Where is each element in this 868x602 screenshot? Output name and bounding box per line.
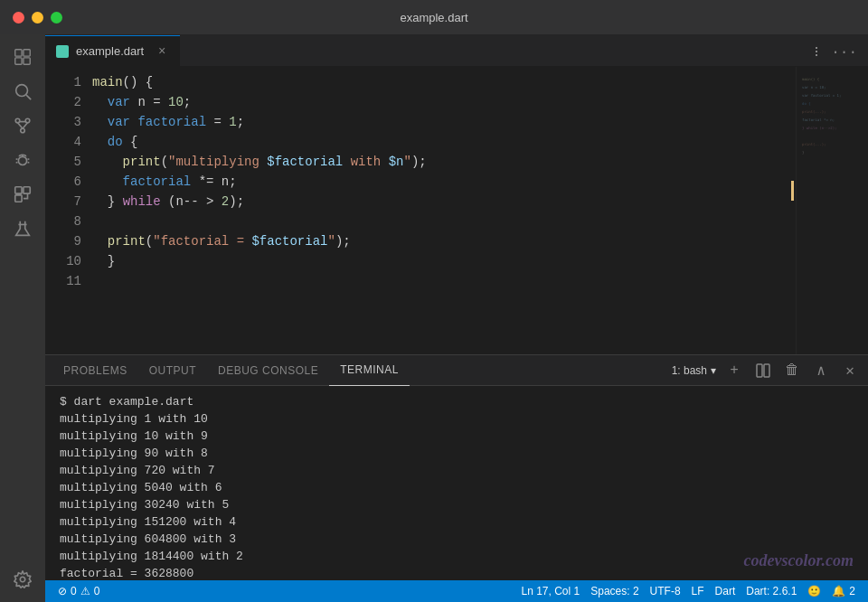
svg-rect-18 xyxy=(15,187,22,193)
svg-rect-0 xyxy=(15,50,22,56)
tab-close-button[interactable]: × xyxy=(155,44,169,59)
warning-count: 0 xyxy=(94,585,100,597)
svg-line-11 xyxy=(23,123,28,128)
code-line-9: print("factorial = $factorial"); xyxy=(92,231,796,251)
svg-rect-32 xyxy=(757,364,762,377)
status-encoding[interactable]: UTF-8 xyxy=(645,585,686,597)
status-eol[interactable]: LF xyxy=(686,585,710,597)
activity-bar xyxy=(0,34,45,602)
svg-text:main() {: main() { xyxy=(802,77,819,81)
minimap: main() { var n = 10; var factorial = 1; … xyxy=(796,67,868,354)
code-line-1: main() { xyxy=(92,72,796,92)
panel-actions: 1: bash ▾ + 🗑 ∧ ✕ xyxy=(672,360,861,381)
svg-rect-19 xyxy=(24,187,30,193)
code-line-11 xyxy=(92,271,796,291)
bell-icon: 🔔 xyxy=(832,585,845,597)
code-line-7: } while (n-- > 2); xyxy=(92,192,796,212)
maximize-button[interactable] xyxy=(51,12,62,24)
status-right: Ln 17, Col 1 Spaces: 2 UTF-8 LF Dart Dar… xyxy=(516,585,862,597)
minimize-button[interactable] xyxy=(32,12,43,24)
status-spaces[interactable]: Spaces: 2 xyxy=(585,585,644,597)
svg-text:print(...);: print(...); xyxy=(802,142,826,146)
term-line-5: multiplying 5040 with 6 xyxy=(60,479,854,496)
term-line-6: multiplying 30240 with 5 xyxy=(60,496,854,513)
terminal-dropdown-arrow[interactable]: ▾ xyxy=(711,364,716,377)
term-line-4: multiplying 720 with 7 xyxy=(60,462,854,479)
tab-actions: ⫶ ··· xyxy=(809,42,868,66)
extensions-icon[interactable] xyxy=(7,179,38,210)
code-line-4: do { xyxy=(92,132,796,152)
code-editor: 1 2 3 4 5 6 7 8 9 10 11 main() { var n =… xyxy=(45,67,868,354)
term-line-1: multiplying 1 with 10 xyxy=(60,410,854,428)
output-tab[interactable]: OUTPUT xyxy=(138,355,207,386)
panel-close-button[interactable]: ✕ xyxy=(839,360,861,381)
source-control-icon[interactable] xyxy=(7,110,38,141)
svg-line-5 xyxy=(26,95,31,99)
term-line-8: multiplying 604800 with 3 xyxy=(60,531,854,548)
term-line-3: multiplying 90 with 8 xyxy=(60,445,854,462)
search-icon[interactable] xyxy=(7,76,38,107)
svg-text:} while (n-->2);: } while (n-->2); xyxy=(802,126,837,130)
svg-text:do {: do { xyxy=(802,101,811,106)
term-line-9: multiplying 1814400 with 2 xyxy=(60,548,854,565)
dart-file-icon xyxy=(56,45,69,58)
code-line-8 xyxy=(92,212,796,231)
svg-rect-20 xyxy=(15,195,22,202)
svg-rect-1 xyxy=(24,50,30,56)
svg-point-6 xyxy=(15,118,20,123)
status-bar: ⊘ 0 ⚠ 0 Ln 17, Col 1 Spaces: 2 UTF-8 LF … xyxy=(45,580,868,602)
status-notifications[interactable]: 🔔 2 xyxy=(826,585,861,597)
debug-console-tab[interactable]: DEBUG CONSOLE xyxy=(207,355,329,386)
error-count: 0 xyxy=(71,585,77,597)
panel: PROBLEMS OUTPUT DEBUG CONSOLE TERMINAL 1… xyxy=(45,354,868,580)
traffic-lights xyxy=(13,12,62,24)
status-position[interactable]: Ln 17, Col 1 xyxy=(516,585,586,597)
app-container: example.dart × ⫶ ··· 1 2 3 4 5 6 7 8 9 1… xyxy=(0,34,868,602)
tab-bar: example.dart × ⫶ ··· xyxy=(45,34,868,67)
term-line-0: $ dart example.dart xyxy=(60,393,854,410)
error-icon: ⊘ xyxy=(58,585,67,597)
problems-tab[interactable]: PROBLEMS xyxy=(52,355,138,386)
more-actions-button[interactable]: ··· xyxy=(827,42,861,62)
svg-point-12 xyxy=(18,156,26,165)
title-bar: example.dart xyxy=(0,0,868,34)
svg-text:var factorial = 1;: var factorial = 1; xyxy=(802,93,841,98)
code-line-2: var n = 10; xyxy=(92,92,796,112)
code-line-10: } xyxy=(92,251,796,271)
tab-filename: example.dart xyxy=(76,44,144,58)
svg-point-8 xyxy=(21,128,25,133)
status-errors[interactable]: ⊘ 0 ⚠ 0 xyxy=(52,585,105,597)
editor-tab[interactable]: example.dart × xyxy=(45,35,180,66)
split-terminal-button[interactable] xyxy=(752,360,774,381)
status-dart-version[interactable]: Dart: 2.6.1 xyxy=(741,585,802,597)
terminal-selector[interactable]: 1: bash ▾ xyxy=(672,364,716,377)
panel-collapse-button[interactable]: ∧ xyxy=(810,360,832,381)
settings-icon[interactable] xyxy=(7,564,38,595)
status-smiley[interactable]: 🙂 xyxy=(802,585,826,597)
notification-count: 2 xyxy=(849,585,855,597)
panel-tabs: PROBLEMS OUTPUT DEBUG CONSOLE TERMINAL 1… xyxy=(45,355,868,386)
term-line-10: factorial = 3628800 xyxy=(60,565,854,580)
terminal-content[interactable]: $ dart example.dart multiplying 1 with 1… xyxy=(45,386,868,580)
svg-rect-3 xyxy=(24,58,30,64)
svg-rect-33 xyxy=(764,364,769,377)
warning-icon: ⚠ xyxy=(80,585,90,597)
debug-icon[interactable] xyxy=(7,145,38,175)
editor-area: example.dart × ⫶ ··· 1 2 3 4 5 6 7 8 9 1… xyxy=(45,34,868,602)
test-icon[interactable] xyxy=(7,213,38,244)
svg-point-7 xyxy=(25,118,30,123)
explorer-icon[interactable] xyxy=(7,42,38,72)
close-button[interactable] xyxy=(13,12,24,24)
code-line-6: factorial *= n; xyxy=(92,172,796,192)
line-numbers: 1 2 3 4 5 6 7 8 9 10 11 xyxy=(45,67,89,354)
code-line-5: print("multiplying $factorial with $n"); xyxy=(92,152,796,172)
scroll-indicator xyxy=(791,181,794,201)
term-line-7: multiplying 151200 with 4 xyxy=(60,513,854,531)
split-editor-button[interactable]: ⫶ xyxy=(809,42,824,62)
svg-text:}: } xyxy=(802,150,804,155)
code-content[interactable]: main() { var n = 10; var factorial = 1; … xyxy=(89,67,796,354)
status-language[interactable]: Dart xyxy=(710,585,741,597)
terminal-tab[interactable]: TERMINAL xyxy=(329,355,410,386)
add-terminal-button[interactable]: + xyxy=(723,360,745,381)
kill-terminal-button[interactable]: 🗑 xyxy=(781,360,803,381)
